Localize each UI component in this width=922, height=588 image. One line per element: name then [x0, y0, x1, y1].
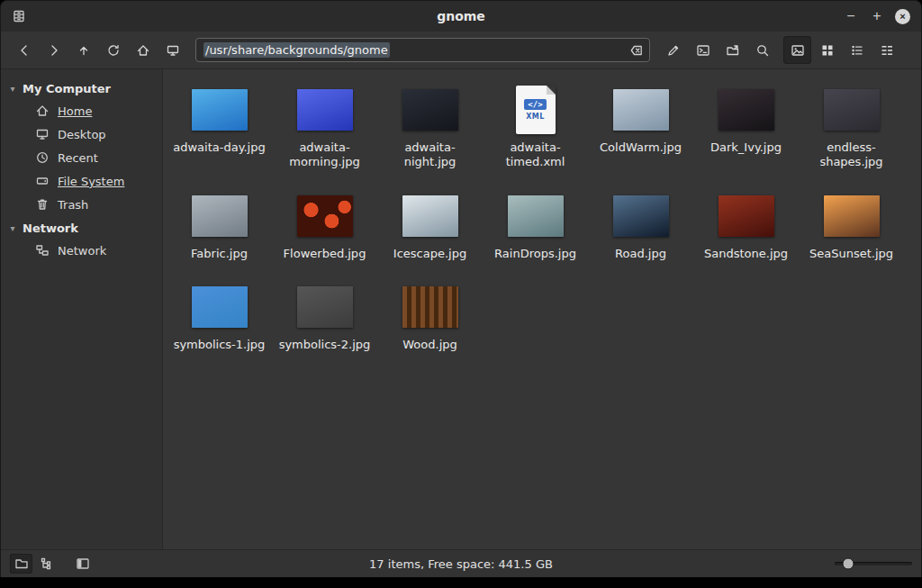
sidebar-section-header[interactable]: ▾ My Computer: [1, 78, 162, 99]
image-thumbnail: [192, 195, 248, 237]
expander-icon[interactable]: ▾: [8, 223, 17, 233]
toolbar: /usr/share/backgrounds/gnome: [1, 32, 921, 69]
maximize-button[interactable]: +: [869, 8, 885, 24]
file-thumbnail: [613, 84, 669, 136]
sidebar-item-label: File System: [58, 175, 124, 188]
sidebar-section-items: Network: [1, 239, 162, 262]
clear-location-icon[interactable]: [626, 40, 647, 60]
file-item[interactable]: SeaSunset.jpg: [799, 185, 904, 267]
code-glyph: </>: [524, 99, 546, 110]
open-folder-button[interactable]: [719, 36, 746, 64]
sidebar-item-file-system[interactable]: File System: [1, 169, 162, 193]
sidebar-item-label: Network: [58, 244, 106, 258]
refresh-button[interactable]: [99, 36, 127, 64]
minimize-button[interactable]: −: [843, 8, 859, 24]
statusbar-toggles: [10, 554, 94, 574]
search-button[interactable]: [748, 36, 776, 64]
file-item[interactable]: adwaita-morning.jpg: [272, 78, 377, 176]
sidebar-item-network[interactable]: Network: [1, 239, 162, 262]
file-manager-window: gnome − + × /usr/share/backgrounds/gnome: [0, 0, 922, 577]
grid-view-button[interactable]: [813, 36, 841, 64]
file-item[interactable]: Dark_Ivy.jpg: [693, 78, 799, 176]
file-thumbnail: [297, 281, 353, 333]
forward-button[interactable]: [40, 36, 68, 64]
sidebar-item-trash[interactable]: Trash: [1, 193, 162, 216]
file-name: Sandstone.jpg: [704, 247, 788, 261]
sidebar-item-label: Trash: [58, 198, 88, 212]
file-item[interactable]: Sandstone.jpg: [693, 185, 799, 267]
file-thumbnail: [824, 190, 880, 242]
file-name: symbolics-2.jpg: [279, 338, 371, 352]
xml-file-icon: </>XML: [516, 86, 556, 134]
sidebar-section-label: My Computer: [23, 82, 111, 95]
location-entry[interactable]: /usr/share/backgrounds/gnome: [195, 38, 650, 62]
file-thumbnail: [192, 281, 248, 333]
network-icon: [35, 243, 50, 258]
sidebar-section-header[interactable]: ▾ Network: [1, 218, 162, 239]
file-name: SeaSunset.jpg: [809, 247, 893, 261]
image-thumbnail: [824, 195, 880, 237]
file-item[interactable]: Wood.jpg: [377, 276, 483, 357]
file-name: ColdWarm.jpg: [600, 140, 682, 155]
sidebar-item-desktop[interactable]: Desktop: [1, 122, 162, 146]
file-thumbnail: [402, 190, 458, 242]
file-item[interactable]: endless-shapes.jpg: [799, 78, 904, 176]
file-item[interactable]: symbolics-1.jpg: [167, 276, 272, 357]
file-thumbnail: [402, 281, 458, 333]
file-name: Flowerbed.jpg: [284, 247, 366, 261]
file-item[interactable]: Flowerbed.jpg: [272, 185, 377, 267]
file-name: adwaita-day.jpg: [173, 140, 266, 155]
computer-button[interactable]: [158, 36, 186, 64]
app-icon[interactable]: [12, 9, 26, 23]
statusbar: 17 items, Free space: 441.5 GB: [1, 549, 921, 577]
file-item[interactable]: Road.jpg: [588, 185, 693, 267]
sidebar-item-home[interactable]: Home: [1, 99, 162, 122]
file-name: adwaita-night.jpg: [384, 140, 477, 170]
sidebar-toggle-button[interactable]: [71, 554, 94, 574]
zoom-slider-handle[interactable]: [843, 558, 854, 570]
home-button[interactable]: [129, 36, 157, 64]
file-item[interactable]: Fabric.jpg: [167, 185, 272, 267]
places-toggle-button[interactable]: [10, 554, 32, 574]
image-thumbnail: [402, 89, 458, 131]
back-button[interactable]: [10, 36, 38, 64]
image-thumbnail: [824, 89, 880, 131]
file-thumbnail: [719, 190, 774, 242]
status-text: 17 items, Free space: 441.5 GB: [1, 557, 921, 571]
treeview-toggle-button[interactable]: [35, 554, 58, 574]
close-button[interactable]: ×: [895, 9, 910, 24]
file-item[interactable]: symbolics-2.jpg: [272, 276, 377, 357]
list-view-button[interactable]: [843, 36, 871, 64]
expander-icon[interactable]: ▾: [8, 84, 17, 94]
file-item[interactable]: ColdWarm.jpg: [588, 78, 693, 176]
file-item[interactable]: Icescape.jpg: [377, 185, 483, 267]
window-title: gnome: [1, 9, 921, 23]
sidebar-item-recent[interactable]: Recent: [1, 146, 162, 169]
image-thumbnail: [613, 195, 669, 237]
file-item[interactable]: </>XML adwaita-timed.xml: [483, 78, 588, 176]
file-name: Icescape.jpg: [393, 247, 466, 261]
image-thumbnail: [402, 195, 458, 237]
file-item[interactable]: adwaita-day.jpg: [167, 78, 272, 176]
toggle-location-entry-button[interactable]: [659, 36, 687, 64]
sidebar-section: ▾ Network Network: [1, 218, 162, 262]
file-thumbnail: [613, 190, 669, 242]
up-button[interactable]: [69, 36, 97, 64]
file-item[interactable]: RainDrops.jpg: [483, 185, 588, 267]
filesystem-icon: [35, 174, 50, 188]
icon-view-button[interactable]: [783, 36, 811, 64]
open-terminal-button[interactable]: [689, 36, 717, 64]
file-item[interactable]: adwaita-night.jpg: [377, 78, 483, 176]
file-thumbnail: </>XML: [516, 84, 556, 136]
image-thumbnail: [508, 195, 564, 237]
file-name: Wood.jpg: [402, 338, 457, 352]
trash-icon: [35, 197, 50, 212]
compact-view-button[interactable]: [872, 36, 900, 64]
file-thumbnail: [297, 190, 353, 242]
zoom-slider[interactable]: [835, 555, 912, 573]
image-thumbnail: [297, 195, 353, 237]
file-thumbnail: [192, 84, 248, 136]
image-thumbnail: [192, 286, 248, 328]
file-name: adwaita-morning.jpg: [278, 140, 372, 170]
image-thumbnail: [719, 89, 774, 131]
